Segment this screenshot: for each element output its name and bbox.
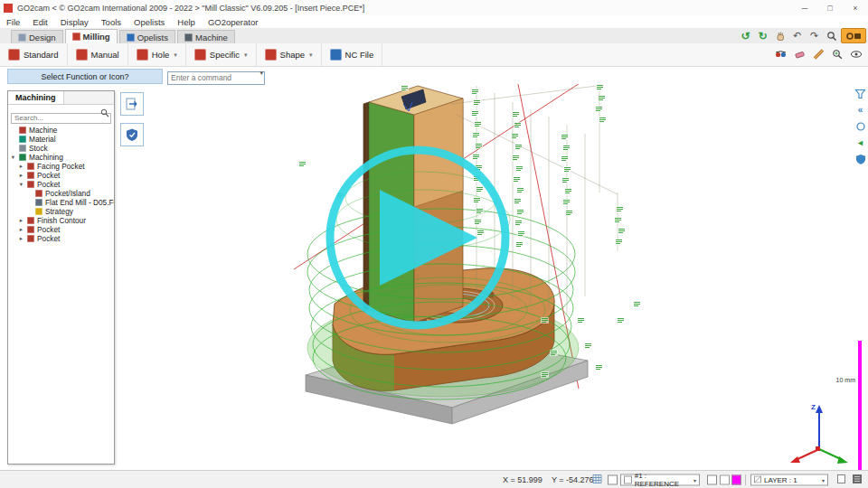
snap-button[interactable] xyxy=(852,474,863,486)
command-input[interactable] xyxy=(167,71,265,85)
reference-select[interactable]: #1 : REFERENCE ▾ xyxy=(620,474,700,485)
sheet-button[interactable] xyxy=(836,474,846,486)
operation-icon xyxy=(27,163,34,170)
standard-button[interactable]: Standard xyxy=(0,43,68,66)
hole-button[interactable]: Hole▾ xyxy=(128,43,186,66)
machining-icon xyxy=(19,154,26,161)
menu-item-display[interactable]: Display xyxy=(54,17,95,27)
filter-button[interactable] xyxy=(854,88,867,100)
back-button[interactable]: ◄ xyxy=(854,136,867,149)
tree-item-pocket[interactable]: ▸Pocket xyxy=(8,225,114,234)
operation-icon xyxy=(27,172,34,179)
open-opelist-button[interactable] xyxy=(120,92,144,116)
tree-expander-icon[interactable]: ▾ xyxy=(10,154,16,161)
rotate-ccw-button[interactable]: ↺ xyxy=(738,29,753,42)
tab-milling[interactable]: Milling xyxy=(65,29,118,43)
tab-label: Design xyxy=(29,33,56,42)
tree-item-material[interactable]: Material xyxy=(8,135,114,144)
color-swatch-magenta[interactable] xyxy=(731,474,741,484)
search-input[interactable] xyxy=(11,113,111,124)
zoom-window-button[interactable] xyxy=(829,46,845,62)
tree-item-machining[interactable]: ▾Machining xyxy=(8,153,114,162)
manual-button[interactable]: Manual xyxy=(68,43,128,66)
menu-item-edit[interactable]: Edit xyxy=(26,17,53,27)
redo-button[interactable]: ↷ xyxy=(807,29,822,42)
grid-icon xyxy=(592,474,602,483)
menu-item-go2operator[interactable]: GO2operator xyxy=(202,17,264,27)
tab-opelists[interactable]: Opelists xyxy=(119,30,175,43)
view-toolbar-bottom xyxy=(772,46,864,62)
machine-icon xyxy=(19,127,26,134)
zoom-button[interactable] xyxy=(824,29,839,42)
erase-button[interactable] xyxy=(791,46,807,62)
tree-item-stock[interactable]: Stock xyxy=(8,144,114,153)
tab-design[interactable]: Design xyxy=(11,30,63,43)
undo-button[interactable]: ↶ xyxy=(789,29,805,42)
tree-expander-icon[interactable]: ▸ xyxy=(18,217,24,224)
tree-item-label: Flat End Mill - D05.F05 xyxy=(45,198,114,207)
close-button[interactable]: × xyxy=(843,0,868,15)
tree-expander-icon[interactable]: ▾ xyxy=(18,181,24,188)
button-label: Shape xyxy=(280,50,305,60)
button-label: Specific xyxy=(210,50,240,60)
anaglyph-button[interactable] xyxy=(772,46,788,62)
pan-button[interactable] xyxy=(772,29,788,42)
eraser-icon xyxy=(794,49,806,60)
tab-machining-panel[interactable]: Machining xyxy=(8,91,64,104)
visibility-button[interactable] xyxy=(848,46,864,62)
filter-icon xyxy=(854,89,866,99)
dropdown-arrow-icon[interactable]: ▾ xyxy=(309,52,313,59)
layer-select[interactable]: LAYER : 1 ▾ xyxy=(750,474,828,485)
tree-expander-icon[interactable]: ▸ xyxy=(18,226,24,233)
nc-file-button[interactable]: NC File xyxy=(322,43,383,66)
operation-icon xyxy=(27,217,34,224)
tree-item-finish-contour[interactable]: ▸Finish Contour xyxy=(8,216,114,225)
menu-item-help[interactable]: Help xyxy=(171,17,202,27)
menu-item-tools[interactable]: Tools xyxy=(95,17,127,27)
tree-expander-icon[interactable]: ▸ xyxy=(18,172,24,179)
status-bar: X = 51.999 Y = -54.276 #1 : REFERENCE ▾ … xyxy=(0,470,868,488)
tree-item-machine[interactable]: Machine xyxy=(8,126,114,135)
operation-icon xyxy=(27,235,34,242)
menubar: FileEditDisplayToolsOpelistsHelpGO2opera… xyxy=(0,15,868,28)
geometry-icon xyxy=(35,190,42,197)
command-input-wrap: ▾ xyxy=(167,68,265,85)
tree-item-pocket[interactable]: ▾Pocket xyxy=(8,180,114,189)
collapse-panel-button[interactable]: « xyxy=(854,104,867,117)
minimize-button[interactable]: ─ xyxy=(792,0,817,15)
protect-button[interactable] xyxy=(854,153,867,165)
tree-item-pocket[interactable]: ▸Pocket xyxy=(8,171,114,180)
menu-item-opelists[interactable]: Opelists xyxy=(127,17,171,27)
simulation-button[interactable] xyxy=(120,123,144,146)
rotate-cw-button[interactable]: ↻ xyxy=(755,29,770,42)
tab-label: Milling xyxy=(83,32,110,42)
tab-label: Opelists xyxy=(137,33,168,42)
tree-item-pocket-island[interactable]: Pocket/Island xyxy=(8,189,114,198)
maximize-button[interactable]: □ xyxy=(817,0,843,15)
inspect-button[interactable] xyxy=(854,120,867,133)
menu-item-file[interactable]: File xyxy=(0,17,26,27)
tab-machine[interactable]: Machine xyxy=(177,30,235,43)
layer-checkbox[interactable] xyxy=(707,474,717,484)
tree-expander-icon[interactable]: ▸ xyxy=(18,235,24,242)
measure-button[interactable] xyxy=(810,46,826,62)
tree-item-flat-end-mill-d05-f05[interactable]: Flat End Mill - D05.F05 xyxy=(8,198,114,207)
active-function-button[interactable] xyxy=(841,28,866,43)
tree-item-pocket[interactable]: ▸Pocket xyxy=(8,234,114,243)
axis-triad: Z xyxy=(790,403,848,464)
tree-item-label: Pocket xyxy=(37,225,60,234)
tree-expander-icon[interactable]: ▸ xyxy=(18,163,24,170)
z-axis-label: Z xyxy=(811,403,816,411)
dropdown-arrow-icon[interactable]: ▾ xyxy=(174,52,177,59)
command-dropdown-icon[interactable]: ▾ xyxy=(259,70,263,77)
dropdown-arrow-icon[interactable]: ▾ xyxy=(244,52,248,59)
color-swatch-white[interactable] xyxy=(720,474,730,484)
tree-search-row xyxy=(11,108,111,124)
reference-swatch xyxy=(624,475,632,483)
specific-button[interactable]: Specific▾ xyxy=(186,43,257,66)
grid-toggle[interactable] xyxy=(592,474,602,485)
reference-checkbox[interactable] xyxy=(608,474,618,484)
tree-item-strategy[interactable]: Strategy xyxy=(8,207,114,216)
shape-button[interactable]: Shape▾ xyxy=(257,43,322,66)
tree-item-facing-pocket[interactable]: ▸Facing Pocket xyxy=(8,162,114,171)
